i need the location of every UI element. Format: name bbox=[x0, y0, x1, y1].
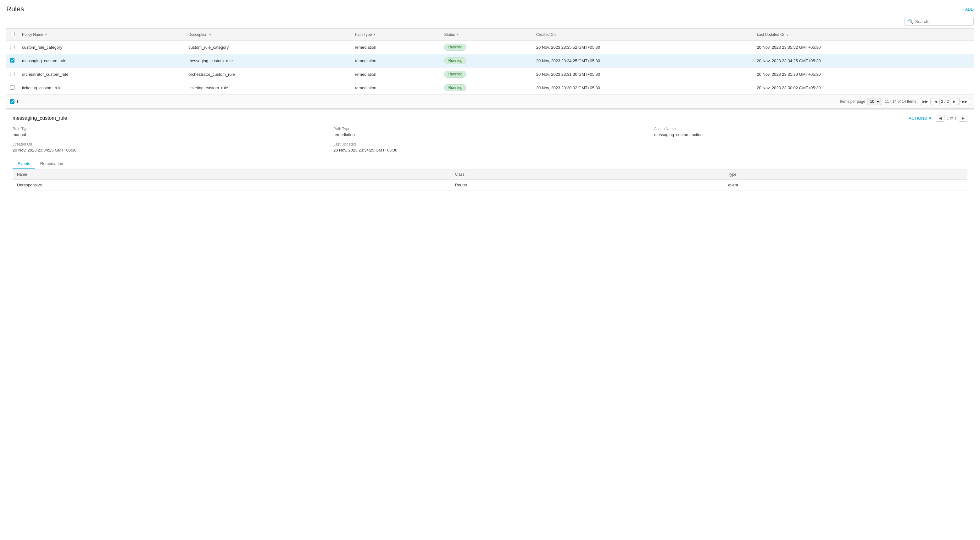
next-page-button[interactable]: ▶ bbox=[950, 98, 958, 105]
table-row[interactable]: ticketing_custom_rule ticketing_custom_r… bbox=[6, 81, 974, 95]
last-page-button[interactable]: ▶▶ bbox=[959, 98, 970, 105]
created-on-label: Created On bbox=[13, 142, 326, 146]
detail-page-info: 1 of 1 bbox=[947, 116, 956, 121]
row-description: ticketing_custom_rule bbox=[185, 81, 351, 95]
row-path-type: remediation bbox=[351, 68, 441, 81]
events-col-type: Type bbox=[724, 170, 967, 180]
selected-count-checkbox[interactable] bbox=[10, 99, 14, 104]
selected-count-label: 1 bbox=[16, 99, 19, 104]
tab-events[interactable]: Events bbox=[13, 159, 35, 169]
row-policy-name: custom_rule_category bbox=[18, 41, 185, 54]
pagination-right: Items per page 10 25 50 11 - 14 of 14 It… bbox=[840, 98, 970, 105]
row-created-on: 20 Nov, 2023 23:30:02 GMT+05:30 bbox=[533, 81, 753, 95]
page-range-info: 11 - 14 of 14 Items bbox=[885, 99, 916, 104]
row-checkbox-cell bbox=[6, 54, 18, 68]
row-checkbox[interactable] bbox=[10, 85, 14, 90]
status-badge: Running bbox=[444, 44, 466, 51]
detail-prev-button[interactable]: ◀ bbox=[936, 115, 945, 122]
policy-name-filter-icon[interactable]: ▼ bbox=[45, 33, 48, 36]
events-table-body: Unresponsive Router event bbox=[13, 180, 967, 191]
path-type-filter-icon[interactable]: ▼ bbox=[373, 33, 376, 36]
col-policy-name: Policy Name ▼ bbox=[18, 29, 185, 41]
field-path-type: Path Type remediation bbox=[333, 127, 647, 137]
first-page-button[interactable]: ▶▶ bbox=[920, 98, 931, 105]
table-row[interactable]: messaging_custom_rule messaging_custom_r… bbox=[6, 54, 974, 68]
page-slash: / bbox=[945, 99, 945, 104]
row-last-updated: 20 Nov, 2023 23:31:30 GMT+05:30 bbox=[753, 68, 974, 81]
path-type-label: Path Type bbox=[333, 127, 647, 131]
prev-page-button[interactable]: ◀ bbox=[932, 98, 940, 105]
selected-count: 1 bbox=[10, 99, 19, 104]
resize-dots: · · · · · · · · · bbox=[477, 107, 503, 111]
event-name: Unresponsive bbox=[13, 180, 451, 191]
detail-title: messaging_custom_rule bbox=[13, 115, 67, 121]
row-checkbox[interactable] bbox=[10, 58, 14, 62]
total-pages: 2 bbox=[947, 99, 949, 104]
row-checkbox-cell bbox=[6, 41, 18, 54]
page-title: Rules bbox=[6, 5, 24, 13]
rule-type-label: Rule Type bbox=[13, 127, 326, 131]
row-created-on: 20 Nov, 2023 23:31:30 GMT+05:30 bbox=[533, 68, 753, 81]
col-policy-name-label: Policy Name bbox=[22, 32, 43, 37]
col-created-on: Created On bbox=[533, 29, 753, 41]
row-path-type: remediation bbox=[351, 41, 441, 54]
field-rule-type: Rule Type manual bbox=[13, 127, 326, 137]
items-per-page-dropdown[interactable]: 10 25 50 bbox=[867, 98, 881, 105]
tab-remediation[interactable]: Remediation bbox=[35, 159, 68, 169]
row-status: Running bbox=[440, 41, 532, 54]
event-type: event bbox=[724, 180, 967, 191]
row-status: Running bbox=[440, 68, 532, 81]
status-filter-icon[interactable]: ▼ bbox=[456, 33, 459, 36]
events-col-type-label: Type bbox=[728, 172, 736, 177]
action-name-label: Action Name bbox=[654, 127, 967, 131]
col-last-updated-label: Last Updated On bbox=[757, 32, 785, 37]
items-per-page-label: Items per page bbox=[840, 99, 865, 104]
page-header: Rules + ADD bbox=[6, 5, 974, 13]
search-input[interactable] bbox=[915, 19, 970, 24]
field-action-name: Action Name messaging_custom_action bbox=[654, 127, 967, 137]
select-all-checkbox[interactable] bbox=[10, 32, 14, 36]
last-updated-sort-icon[interactable]: ↓ bbox=[787, 33, 789, 37]
page-container: Rules + ADD 🔍 Policy Name ▼ bbox=[0, 0, 980, 200]
col-created-on-label: Created On bbox=[536, 32, 556, 37]
row-checkbox[interactable] bbox=[10, 44, 14, 49]
col-path-type-label: Path Type bbox=[355, 32, 372, 37]
table-row[interactable]: orchestrator_custom_rule orchestrator_cu… bbox=[6, 68, 974, 81]
col-last-updated: Last Updated On ↓ bbox=[753, 29, 974, 41]
row-last-updated: 20 Nov, 2023 23:30:02 GMT+05:30 bbox=[753, 81, 974, 95]
events-col-name-label: Name bbox=[17, 172, 27, 177]
detail-actions: ACTIONS ▼ ◀ 1 of 1 ▶ bbox=[908, 115, 967, 122]
status-badge: Running bbox=[444, 57, 466, 64]
table-body: custom_rule_category custom_rule_categor… bbox=[6, 41, 974, 95]
description-filter-icon[interactable]: ▼ bbox=[208, 33, 212, 36]
row-description: orchestrator_custom_rule bbox=[185, 68, 351, 81]
row-policy-name: orchestrator_custom_rule bbox=[18, 68, 185, 81]
row-created-on: 20 Nov, 2023 23:35:52 GMT+05:30 bbox=[533, 41, 753, 54]
table-row[interactable]: custom_rule_category custom_rule_categor… bbox=[6, 41, 974, 54]
tab-events-label: Events bbox=[18, 161, 30, 166]
last-updated-label: Last Updated bbox=[333, 142, 647, 146]
row-description: custom_rule_category bbox=[185, 41, 351, 54]
rule-type-value: manual bbox=[13, 132, 326, 137]
row-path-type: remediation bbox=[351, 81, 441, 95]
created-on-value: 20 Nov, 2023 23:34:25 GMT+05:30 bbox=[13, 148, 326, 152]
status-badge: Running bbox=[444, 71, 466, 78]
row-checkbox[interactable] bbox=[10, 71, 14, 76]
col-status: Status ▼ bbox=[440, 29, 532, 41]
col-path-type: Path Type ▼ bbox=[351, 29, 441, 41]
tab-remediation-label: Remediation bbox=[40, 161, 63, 166]
actions-button[interactable]: ACTIONS ▼ bbox=[908, 116, 932, 121]
row-last-updated: 20 Nov, 2023 23:34:25 GMT+05:30 bbox=[753, 54, 974, 68]
action-name-value: messaging_custom_action bbox=[654, 132, 967, 137]
events-table: Name Class Type Unresponsive Router even… bbox=[13, 169, 967, 191]
col-description: Description ▼ bbox=[185, 29, 351, 41]
rules-table: Policy Name ▼ Description ▼ Path Type ▼ bbox=[6, 28, 974, 95]
add-button[interactable]: + ADD bbox=[962, 7, 974, 12]
row-last-updated: 20 Nov, 2023 23:35:52 GMT+05:30 bbox=[753, 41, 974, 54]
search-icon: 🔍 bbox=[908, 19, 913, 24]
detail-next-button[interactable]: ▶ bbox=[959, 115, 967, 122]
col-status-label: Status bbox=[444, 32, 455, 37]
tabs-bar: Events Remediation bbox=[13, 159, 967, 169]
last-updated-value: 20 Nov, 2023 23:34:25 GMT+05:30 bbox=[333, 148, 647, 152]
search-container: 🔍 bbox=[6, 17, 974, 26]
